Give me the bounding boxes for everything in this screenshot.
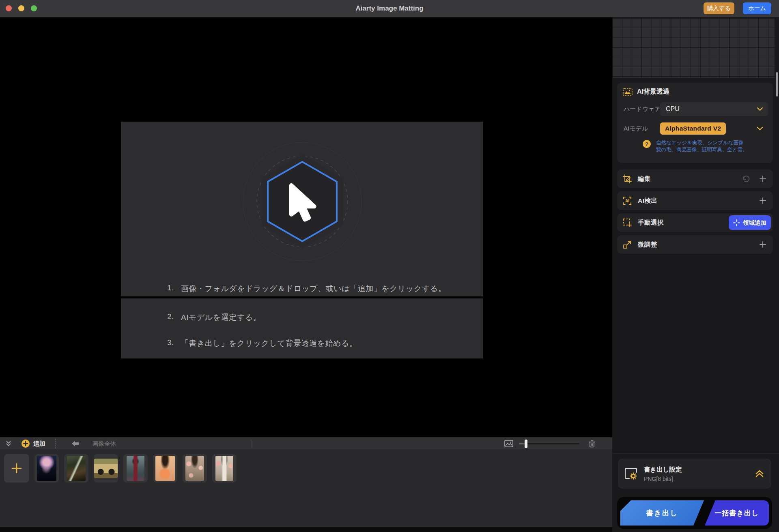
thumbnail-1-photo [37, 456, 56, 481]
add-circle-icon [21, 439, 30, 448]
toolbar-notch [251, 440, 252, 448]
zoom-slider-handle[interactable] [525, 440, 527, 448]
thumbnail-2-photo [67, 456, 86, 481]
chevron-down-icon [757, 107, 763, 111]
ai-model-value[interactable]: AlphaStandard V2 [660, 122, 726, 135]
add-region-button[interactable]: 領域追加 [729, 215, 771, 230]
ai-detect-label: AI検出 [638, 197, 658, 205]
section-header: AI背景透過 [623, 88, 669, 96]
instruction-step-1: 1. 画像・フォルダをドラッグ＆ドロップ、或いは「追加」をクリックする。 [167, 283, 446, 294]
export-settings-title: 書き出し設定 [644, 466, 682, 474]
ai-model-label: AIモデル [624, 125, 659, 133]
hardware-value: CPU [666, 105, 680, 113]
export-settings-icon [624, 468, 638, 480]
ai-detect-card[interactable]: AI AI検出 [617, 191, 773, 210]
collapse-strip-button[interactable] [5, 438, 12, 450]
back-arrow-button[interactable] [71, 438, 80, 450]
thumbnail-7[interactable] [212, 454, 237, 483]
back-arrow-icon [71, 440, 80, 447]
thumbnail-2[interactable] [64, 454, 88, 483]
crosshair-icon [733, 219, 740, 226]
model-help: ? 自然なエッジを実現、シンプルな画像 髪の毛、商品画像、証明写真、空と雲。 [642, 139, 748, 153]
double-chevron-up-icon[interactable] [755, 470, 764, 478]
edit-crop-icon [623, 174, 632, 183]
plus-icon [11, 463, 22, 474]
expand-plus-icon[interactable] [759, 241, 766, 248]
fine-tune-icon [623, 240, 632, 249]
drop-hexagon-graphic [225, 124, 379, 279]
section-title: AI背景透過 [637, 88, 669, 96]
svg-text:AI: AI [625, 199, 629, 203]
toolbar-divider [55, 439, 56, 448]
edit-card[interactable]: 編集 [617, 169, 773, 188]
chevron-down-icon [757, 127, 763, 131]
thumbnail-6[interactable] [183, 454, 207, 483]
main-canvas: 1. 画像・フォルダをドラッグ＆ドロップ、或いは「追加」をクリックする。 2. … [0, 17, 612, 437]
export-button[interactable]: 書き出し [620, 500, 704, 526]
trash-icon [588, 440, 596, 448]
thumbnail-row [4, 454, 237, 483]
thumbnail-4-photo [127, 456, 144, 481]
manual-select-icon [623, 218, 632, 227]
export-format-value: PNG[8 bits] [644, 476, 682, 482]
manual-select-card[interactable]: 手動選択 領域追加 [617, 213, 773, 232]
edit-label: 編集 [638, 175, 651, 183]
view-mode-label: 画像全体 [93, 438, 116, 450]
thumbnail-1[interactable] [34, 454, 59, 483]
zoom-slider[interactable] [519, 438, 579, 450]
delete-button[interactable] [588, 438, 596, 450]
thumbnail-4[interactable] [123, 454, 148, 483]
thumbnail-5[interactable] [153, 454, 177, 483]
titlebar: Aiarty Image Matting 購入する ホーム [0, 0, 779, 17]
thumbnail-6-photo [185, 456, 204, 481]
panel-scrollbar[interactable] [776, 72, 778, 97]
bottom-edge-strip [0, 527, 612, 532]
add-image-tile[interactable] [4, 454, 29, 483]
purchase-button[interactable]: 購入する [704, 2, 734, 14]
svg-text:?: ? [645, 141, 648, 147]
thumbnail-5-photo [155, 456, 175, 481]
model-help-text: 自然なエッジを実現、シンプルな画像 髪の毛、商品画像、証明写真、空と雲。 [656, 139, 748, 153]
double-chevron-down-icon [5, 440, 12, 447]
right-panel: AI背景透過 ハードウェア CPU AIモデル AlphaStandard V2 [612, 17, 779, 532]
ai-model-select[interactable]: AlphaStandard V2 [660, 122, 768, 135]
export-settings-card[interactable]: 書き出し設定 PNG[8 bits] [618, 459, 771, 489]
ai-matting-card: AI背景透過 ハードウェア CPU AIモデル AlphaStandard V2 [617, 83, 773, 163]
thumbnail-3-photo [94, 459, 118, 478]
home-button[interactable]: ホーム [743, 2, 771, 14]
add-images-button[interactable]: 追加 [21, 438, 45, 450]
instruction-step-3: 3. 「書き出し」をクリックして背景透過を始める。 [167, 338, 357, 349]
ai-detect-icon: AI [623, 196, 632, 205]
thumbnail-size-icon [504, 438, 513, 450]
ai-matting-icon [623, 88, 633, 96]
manual-select-label: 手動選択 [638, 219, 664, 227]
help-icon[interactable]: ? [642, 139, 651, 148]
fine-tune-card[interactable]: 微調整 [617, 235, 773, 254]
hardware-select[interactable]: CPU [660, 102, 768, 116]
dropzone-lower [121, 298, 483, 358]
hardware-label: ハードウェア [624, 105, 659, 113]
panel-divider [612, 453, 779, 454]
app-window: Aiarty Image Matting 購入する ホーム 1. 画像・フォルダ… [0, 0, 779, 532]
bottom-toolbar: 追加 画像全体 [0, 437, 612, 450]
expand-plus-icon[interactable] [759, 197, 766, 204]
thumbnail-3[interactable] [94, 454, 118, 483]
batch-export-button[interactable]: 一括書き出し [705, 500, 769, 526]
thumbnail-7-photo [215, 456, 233, 481]
fine-tune-label: 微調整 [638, 240, 657, 249]
thumbnail-strip [0, 449, 612, 527]
zoom-slider-track[interactable] [519, 443, 579, 444]
undo-icon[interactable] [741, 175, 750, 182]
transparency-grid [612, 18, 775, 78]
instruction-step-2: 2. AIモデルを選定する。 [167, 312, 261, 323]
expand-plus-icon[interactable] [759, 175, 766, 182]
export-button-dock: 書き出し 一括書き出し [617, 497, 772, 529]
app-title: Aiarty Image Matting [0, 0, 779, 17]
